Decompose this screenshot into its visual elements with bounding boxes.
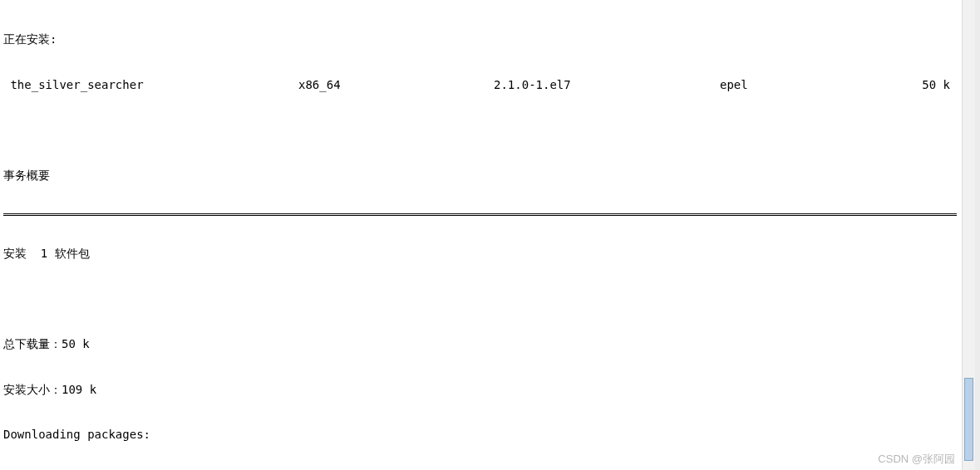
downloading-label: Downloading packages:: [3, 427, 957, 442]
terminal-output: 正在安装: the_silver_searcher x86_64 2.1.0-1…: [0, 0, 960, 470]
install-size: 安装大小：109 k: [3, 382, 957, 397]
summary-title: 事务概要: [3, 168, 957, 183]
vertical-scrollbar-outer[interactable]: [975, 0, 980, 470]
scrollbar-thumb[interactable]: [964, 378, 973, 461]
pkg-installing-header: 正在安装:: [3, 32, 957, 47]
pkg-version: 2.1.0-1.el7: [494, 77, 720, 92]
pkg-row: the_silver_searcher x86_64 2.1.0-1.el7 e…: [3, 77, 957, 92]
vertical-scrollbar-inner[interactable]: [962, 0, 975, 470]
total-download: 总下载量：50 k: [3, 336, 957, 351]
pkg-name: the_silver_searcher: [3, 77, 298, 92]
pkg-arch: x86_64: [298, 77, 494, 92]
pkg-size: 50 k: [901, 77, 957, 92]
summary-install-line: 安装 1 软件包: [3, 246, 957, 261]
pkg-repo: epel: [720, 77, 901, 92]
divider-double: [3, 213, 957, 216]
